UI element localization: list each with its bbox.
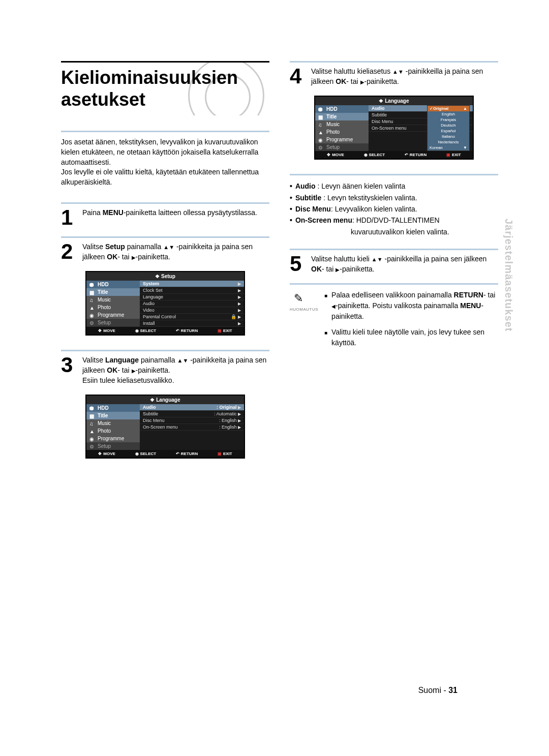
text: Valitse (82, 243, 105, 251)
title-icon: ▦ (318, 114, 324, 119)
right-icon (132, 366, 136, 374)
up-down-icon (392, 67, 404, 75)
label-ok: OK (311, 265, 322, 273)
label-menu: MENU (103, 208, 124, 217)
bullet-audio-text: : Levyn äänen kielen valinta (316, 182, 406, 190)
setup-icon: ⚙ (89, 444, 96, 449)
photo-icon: ▲ (89, 305, 96, 310)
sidebar-hdd: HDD (326, 106, 338, 112)
text: - tai (322, 265, 336, 273)
footer-return: RETURN (176, 328, 198, 333)
text: -painiketta. (340, 265, 374, 273)
sidebar-photo: Photo (98, 428, 111, 434)
footer-return: RETURN (405, 153, 426, 157)
menu-audio: Audio (143, 301, 155, 306)
sidebar-photo: Photo (326, 129, 340, 135)
lang-audio: Audio (372, 106, 385, 111)
osd-sidebar: ⛃HDD ▦Title ♫Music ▲Photo ◉Programme ⚙Se… (86, 404, 140, 450)
osd-title: Setup (86, 272, 244, 281)
up-down-icon (163, 243, 174, 251)
page-footer: Suomi - 31 (418, 686, 458, 695)
title-icon: ▦ (89, 290, 96, 295)
menu-system: System (143, 281, 159, 286)
title-block: Kieliominaisuuksien asetukset (61, 61, 269, 115)
lang-opt: Français (428, 117, 469, 123)
step-5: 5 Valitse haluttu kieli -painikkeilla ja… (290, 249, 498, 274)
text: Palaa edelliseen valikkoon painamalla (331, 291, 454, 299)
text: painamalla (125, 243, 164, 251)
up-down-icon (372, 255, 383, 263)
sidebar-setup: Setup (98, 320, 111, 325)
title-icon: ▦ (89, 413, 96, 418)
osd-title: Language (315, 97, 473, 105)
step-number: 2 (61, 242, 78, 262)
footer-exit: EXIT (218, 451, 232, 456)
label-ok: OK (107, 253, 117, 261)
hdd-icon: ⛃ (89, 282, 96, 287)
step-4: 4 Valitse haluttu kieliasetus -painikkei… (290, 61, 498, 86)
setup-icon: ⚙ (89, 320, 96, 325)
osd-main: Audio: Original ▶ Subtitle: Automatic ▶ … (140, 404, 244, 450)
footer-move: MOVE (327, 153, 344, 157)
lang-opt: Original (433, 106, 448, 111)
text: -painikkeilla ja paina sen jälkeen (383, 255, 487, 263)
osd-main: Audio Subtitle Disc Menu On-Screen menu … (369, 105, 473, 151)
lang-opt: Korean (430, 145, 443, 150)
bullet-discmenu-label: Disc Menu (295, 205, 331, 213)
step-3: 3 Valitse Language painamalla -painikkei… (61, 350, 269, 385)
sidebar-hdd: HDD (98, 405, 109, 411)
note-icon: ✎ (290, 290, 307, 307)
hdd-icon: ⛃ (318, 107, 324, 112)
bullet-onscreen-cont: kuvaruutuvalikon kielen valinta. (290, 226, 498, 237)
text: -painiketta. (136, 253, 170, 261)
step-number: 1 (61, 208, 78, 227)
footer-return: RETURN (176, 451, 198, 456)
step-1: 1 Paina MENU-painiketta laitteen ollessa… (61, 202, 269, 227)
label-return: RETURN (454, 291, 483, 299)
bullet-onscreen-text: : HDD/DVD-TALLENTIMEN (352, 216, 440, 224)
sidebar-title: Title (326, 114, 337, 119)
footer-exit: EXIT (446, 153, 461, 157)
note-label: HUOMAUTUS (290, 307, 318, 313)
sidebar-music: Music (326, 122, 340, 127)
step-3-extra: Esiin tulee kieliasetusvalikko. (82, 376, 269, 386)
intro-para-2: Jos levylle ei ole valittu kieltä, käyte… (61, 167, 269, 187)
right-icon (132, 253, 136, 261)
label-setup: Setup (105, 243, 125, 251)
lang-opt: English (428, 111, 469, 117)
note-block: ✎ HUOMAUTUS Palaa edelliseen valikkoon p… (290, 283, 498, 353)
intro-para-1: Jos asetat äänen, tekstityksen, levyvali… (61, 137, 269, 167)
menu-clock: Clock Set (143, 288, 163, 293)
lang-opt: Nederlands (428, 139, 469, 145)
right-icon (360, 77, 364, 85)
footer-select: SELECT (135, 328, 157, 333)
osd-setup-screenshot: Setup ⛃HDD ▦Title ♫Music ▲Photo ◉Program… (85, 271, 245, 336)
up-down-icon (177, 356, 189, 364)
text: - tai (483, 291, 495, 299)
osd-sidebar: ⛃HDD ▦Title ♫Music ▲Photo ◉Programme ⚙Se… (315, 105, 369, 151)
osd-footer: MOVE SELECT RETURN EXIT (86, 327, 244, 335)
footer-exit: EXIT (218, 328, 232, 333)
sidebar-title: Title (98, 289, 108, 295)
bullet-discmenu-text: : Levyvalikon kielen valinta. (331, 205, 417, 213)
text: Valitse (82, 356, 105, 364)
label-language: Language (105, 356, 139, 364)
text: - tai (346, 77, 360, 85)
sidebar-setup: Setup (326, 144, 340, 150)
programme-icon: ◉ (89, 436, 96, 441)
text: -painiketta laitteen ollessa pysäytystil… (124, 208, 257, 217)
programme-icon: ◉ (318, 137, 324, 142)
text: -painiketta. (136, 366, 170, 374)
text: Paina (82, 208, 103, 217)
lang-discmenu: Disc Menu (143, 418, 165, 423)
step-number: 4 (290, 67, 307, 86)
intro-text: Jos asetat äänen, tekstityksen, levyvali… (61, 131, 269, 187)
val: : Original (217, 405, 237, 410)
text: -painiketta. (364, 77, 399, 85)
music-icon: ♫ (318, 122, 324, 127)
osd-main: System▶ Clock Set▶ Language▶ Audio▶ Vide… (140, 281, 244, 327)
text: -painiketta. Poistu valikosta painamalla (336, 301, 460, 310)
lang-opt: Italiano (428, 134, 469, 139)
sidebar-photo: Photo (98, 305, 111, 310)
left-icon (331, 301, 336, 310)
